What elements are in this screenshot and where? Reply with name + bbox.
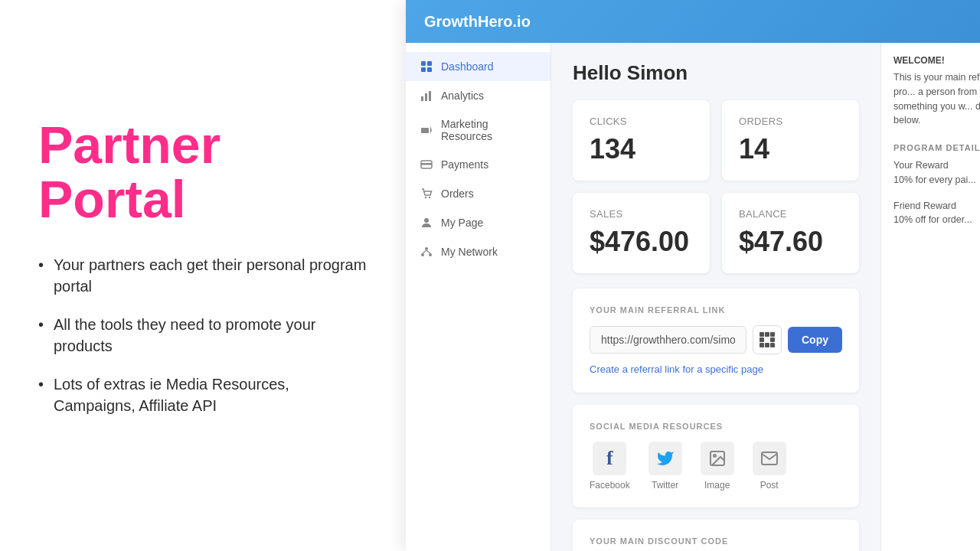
welcome-text: This is your main referral link to pro..… bbox=[893, 70, 980, 128]
social-item-facebook[interactable]: f Facebook bbox=[590, 442, 630, 491]
feature-item-2: All the tools they need to promote your … bbox=[38, 314, 368, 357]
sidebar-label-orders: Orders bbox=[441, 187, 474, 200]
twitter-icon bbox=[648, 442, 682, 475]
your-reward-value: 10% for every pai... bbox=[893, 173, 980, 187]
app-title: GrowthHero.io bbox=[424, 13, 531, 31]
app-body: Dashboard Analytics Marketing Resources … bbox=[406, 43, 980, 551]
svg-point-13 bbox=[424, 218, 429, 223]
svg-point-14 bbox=[425, 247, 428, 250]
sidebar-item-analytics[interactable]: Analytics bbox=[406, 81, 550, 110]
referral-link-input[interactable] bbox=[590, 326, 746, 354]
svg-rect-4 bbox=[421, 96, 423, 101]
page-title: Hello Simon bbox=[573, 61, 859, 85]
stat-label-sales: Sales bbox=[590, 208, 693, 220]
sidebar-item-my-page[interactable]: My Page bbox=[406, 208, 550, 237]
stat-value-orders: 14 bbox=[739, 133, 842, 165]
social-item-twitter[interactable]: Twitter bbox=[648, 442, 682, 491]
svg-rect-1 bbox=[427, 61, 432, 66]
welcome-heading: WELCOME! bbox=[893, 55, 980, 66]
payments-icon bbox=[420, 158, 433, 171]
welcome-section: WELCOME! This is your main referral link… bbox=[893, 55, 980, 128]
analytics-icon bbox=[420, 89, 433, 103]
svg-point-12 bbox=[429, 197, 430, 198]
post-icon bbox=[753, 442, 786, 475]
program-details-heading: PROGRAM DETAILS bbox=[893, 143, 980, 152]
sidebar-label-marketing: Marketing Resources bbox=[441, 118, 537, 142]
sidebar-label-my-network: My Network bbox=[441, 246, 498, 258]
feature-item-1: Your partners each get their personal pr… bbox=[38, 254, 368, 297]
sidebar-item-orders[interactable]: Orders bbox=[406, 179, 550, 208]
friend-reward-value: 10% off for order... bbox=[893, 213, 980, 227]
sidebar-item-dashboard[interactable]: Dashboard bbox=[406, 52, 550, 81]
stat-card-balance: Balance $47.60 bbox=[722, 193, 859, 273]
feature-list: Your partners each get their personal pr… bbox=[38, 254, 368, 433]
app-header: GrowthHero.io bbox=[406, 0, 980, 43]
stat-value-clicks: 134 bbox=[590, 133, 693, 165]
program-details-section: PROGRAM DETAILS Your Reward 10% for ever… bbox=[893, 143, 980, 227]
stat-label-orders: Orders bbox=[739, 116, 842, 127]
svg-rect-10 bbox=[421, 163, 432, 165]
social-label-twitter: Twitter bbox=[652, 480, 678, 491]
referral-section-label: YOUR MAIN REFERRAL LINK bbox=[590, 305, 842, 315]
marketing-icon bbox=[420, 123, 433, 137]
feature-item-3: Lots of extras ie Media Resources, Campa… bbox=[38, 373, 368, 416]
stat-card-clicks: Clicks 134 bbox=[573, 100, 710, 181]
image-icon bbox=[701, 442, 734, 475]
sidebar-label-analytics: Analytics bbox=[441, 90, 484, 102]
facebook-icon: f bbox=[593, 442, 626, 475]
stat-label-balance: Balance bbox=[739, 208, 842, 220]
svg-rect-2 bbox=[421, 67, 426, 72]
svg-line-18 bbox=[426, 250, 430, 253]
svg-rect-7 bbox=[421, 128, 429, 133]
sidebar-label-payments: Payments bbox=[441, 158, 488, 171]
svg-rect-5 bbox=[425, 93, 427, 101]
referral-copy-button[interactable]: Copy bbox=[788, 327, 842, 353]
referral-link-section: YOUR MAIN REFERRAL LINK Copy Create a re… bbox=[573, 289, 859, 393]
sidebar-item-payments[interactable]: Payments bbox=[406, 150, 550, 179]
right-sidebar: WELCOME! This is your main referral link… bbox=[880, 43, 980, 551]
sidebar: Dashboard Analytics Marketing Resources … bbox=[406, 43, 551, 551]
svg-point-15 bbox=[421, 253, 424, 256]
social-section-label: SOCIAL MEDIA RESOURCES bbox=[590, 422, 842, 431]
stat-card-orders: Orders 14 bbox=[722, 100, 859, 181]
discount-code-section: YOUR MAIN DISCOUNT CODE Copy Every order… bbox=[573, 520, 859, 551]
sidebar-label-my-page: My Page bbox=[441, 217, 483, 229]
sidebar-item-marketing[interactable]: Marketing Resources bbox=[406, 110, 550, 150]
qr-icon bbox=[760, 332, 775, 347]
friend-reward-label: Friend Reward bbox=[893, 199, 980, 214]
app-panel: GrowthHero.io Dashboard Analytics bbox=[406, 0, 980, 551]
qr-code-button[interactable] bbox=[753, 325, 782, 354]
social-media-section: SOCIAL MEDIA RESOURCES f Facebook Twitte… bbox=[573, 405, 859, 507]
stat-card-sales: Sales $476.00 bbox=[573, 193, 710, 273]
social-item-image[interactable]: Image bbox=[701, 442, 734, 491]
social-label-facebook: Facebook bbox=[590, 480, 630, 491]
stat-value-sales: $476.00 bbox=[590, 226, 693, 258]
stat-label-clicks: Clicks bbox=[590, 116, 693, 127]
dashboard-icon bbox=[420, 60, 433, 73]
hero-heading: Partner Portal bbox=[38, 118, 368, 227]
svg-point-16 bbox=[429, 253, 432, 256]
sidebar-label-dashboard: Dashboard bbox=[441, 60, 494, 73]
orders-icon bbox=[420, 187, 433, 201]
social-grid: f Facebook Twitter Image bbox=[590, 442, 842, 491]
my-network-icon bbox=[420, 245, 433, 259]
referral-input-row: Copy bbox=[590, 325, 842, 354]
svg-line-17 bbox=[423, 250, 426, 253]
sidebar-item-my-network[interactable]: My Network bbox=[406, 237, 550, 266]
my-page-icon bbox=[420, 216, 433, 230]
svg-marker-8 bbox=[430, 126, 432, 134]
stats-grid: Clicks 134 Orders 14 Sales $476.00 Balan… bbox=[573, 100, 859, 273]
social-label-post: Post bbox=[760, 480, 779, 491]
your-reward-label: Your Reward bbox=[893, 158, 980, 173]
svg-rect-3 bbox=[427, 67, 432, 72]
social-item-post[interactable]: Post bbox=[753, 442, 786, 491]
svg-rect-0 bbox=[421, 61, 426, 66]
social-label-image: Image bbox=[704, 480, 730, 491]
left-marketing-panel: Partner Portal Your partners each get th… bbox=[0, 0, 406, 551]
svg-rect-6 bbox=[429, 91, 431, 101]
create-referral-link[interactable]: Create a referral link for a specific pa… bbox=[590, 364, 763, 375]
discount-section-label: YOUR MAIN DISCOUNT CODE bbox=[590, 536, 842, 546]
svg-point-11 bbox=[425, 197, 426, 198]
main-content: Hello Simon Clicks 134 Orders 14 Sales $… bbox=[551, 43, 880, 551]
svg-point-20 bbox=[714, 455, 716, 457]
